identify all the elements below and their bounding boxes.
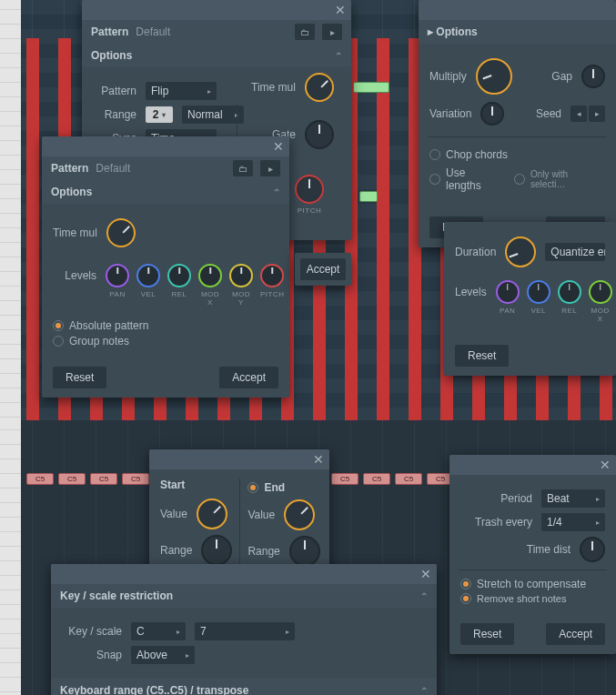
duration-knob[interactable] — [505, 237, 536, 267]
levels-label: Levels — [53, 269, 96, 282]
note-c5[interactable]: C5 — [395, 473, 422, 485]
value-label: Value — [247, 509, 275, 521]
pattern-header: Pattern Default 🗀 ▸ — [82, 20, 351, 44]
titlebar[interactable]: ✕ — [149, 449, 329, 469]
end-toggle[interactable]: End — [247, 481, 319, 494]
level-knob-mod-y[interactable] — [229, 264, 253, 287]
close-icon[interactable]: ✕ — [335, 3, 346, 17]
variation-label: Variation — [429, 107, 471, 120]
note-clip[interactable] — [353, 82, 389, 93]
titlebar[interactable]: ✕ — [42, 136, 289, 156]
use-lengths-radio[interactable]: Use lengths — [429, 166, 503, 192]
close-icon[interactable]: ✕ — [313, 452, 324, 467]
close-icon[interactable]: ✕ — [420, 567, 431, 581]
range-label: Range — [247, 545, 279, 558]
level-knob-pan[interactable] — [496, 280, 520, 304]
close-icon[interactable]: ✕ — [600, 458, 611, 472]
level-knob-vel[interactable] — [136, 264, 160, 287]
level-knob-label: PAN — [109, 290, 125, 298]
note-c5[interactable]: C5 — [363, 473, 390, 485]
group-notes-radio[interactable]: Group notes — [53, 335, 278, 348]
trash-every-combo[interactable]: 1/4▸ — [541, 513, 605, 531]
note-c5[interactable]: C5 — [90, 473, 117, 485]
note-c5[interactable]: C5 — [58, 473, 86, 485]
end-range-knob[interactable] — [289, 536, 320, 567]
time-dist-knob[interactable] — [580, 537, 605, 562]
titlebar[interactable]: ✕ — [51, 564, 437, 584]
note-c5[interactable]: C5 — [26, 473, 54, 485]
key-scale-section-header[interactable]: Key / scale restriction⌃ — [51, 584, 437, 608]
period-combo[interactable]: Beat▸ — [541, 489, 605, 508]
strum-panel-g: ✕ Period Beat▸ Trash every 1/4▸ Time dis… — [449, 455, 616, 654]
end-value-knob[interactable] — [284, 499, 315, 530]
snap-label: Snap — [62, 649, 122, 661]
titlebar[interactable] — [419, 0, 616, 20]
keyboard-strip-bottom — [0, 420, 21, 695]
key-scale-panel: ✕ Key / scale restriction⌃ Key / scale C… — [51, 564, 437, 695]
options-section-header[interactable]: Options⌃ — [42, 180, 289, 204]
reset-button[interactable]: Reset — [460, 623, 514, 645]
quantize-end-combo[interactable]: Quantize end — [545, 243, 605, 261]
note-clip[interactable] — [359, 191, 378, 202]
options-section-header[interactable]: ▸ Options — [419, 20, 616, 44]
trash-every-label: Trash every — [460, 516, 532, 529]
level-knob-mod-x[interactable] — [198, 264, 222, 287]
titlebar[interactable]: ✕ — [449, 455, 616, 475]
start-range-knob[interactable] — [201, 535, 232, 566]
value-label: Value — [160, 508, 187, 520]
levels-knob-row: PANVELRELMOD XMOD YPITCH — [106, 264, 285, 307]
level-knob-mod-x[interactable] — [589, 280, 612, 304]
chevron-up-icon: ⌃ — [335, 51, 342, 61]
play-arrow-icon[interactable]: ▸ — [322, 24, 342, 40]
note-c5[interactable]: C5 — [331, 473, 358, 485]
stretch-compensate-radio[interactable]: Stretch to compensate — [460, 578, 605, 590]
pattern-combo[interactable]: Flip▸ — [146, 82, 217, 100]
gate-knob[interactable] — [305, 120, 334, 149]
remove-short-notes-radio[interactable]: Remove short notes — [460, 593, 605, 604]
timemul-knob[interactable] — [106, 218, 136, 247]
level-knob-pitch[interactable] — [260, 264, 284, 287]
levels-label: Levels — [455, 286, 487, 298]
pitch-knob[interactable] — [295, 175, 324, 204]
options-section-header[interactable]: Options⌃ — [82, 44, 351, 67]
accept-button[interactable]: Accept — [300, 258, 346, 280]
accept-button[interactable]: Accept — [219, 367, 278, 388]
pattern-value: Default — [96, 162, 226, 175]
accept-button[interactable]: Accept — [546, 623, 605, 645]
timemul-knob[interactable] — [305, 73, 334, 102]
range-number[interactable]: 2▾ — [146, 106, 173, 123]
levels-knob-row: PANVELRELMOD X — [496, 280, 612, 323]
keyboard-range-section-header[interactable]: Keyboard range (C5..C5) / transpose⌃ — [51, 679, 437, 695]
seed-next-button[interactable]: ▸ — [589, 106, 605, 122]
chevron-up-icon: ⌃ — [420, 591, 428, 601]
level-knob-rel[interactable] — [558, 280, 581, 304]
pitch-knob-label: PITCH — [298, 206, 322, 215]
note-c5[interactable]: C5 — [122, 473, 149, 485]
level-knob-label: MOD Y — [229, 290, 253, 307]
variation-knob[interactable] — [480, 102, 504, 126]
seed-prev-button[interactable]: ◂ — [571, 106, 587, 122]
only-with-selection-check[interactable]: Only with selecti… — [514, 169, 605, 189]
folder-icon[interactable]: 🗀 — [295, 24, 315, 40]
scale-combo[interactable]: 7▸ — [195, 622, 295, 640]
play-arrow-icon[interactable]: ▸ — [260, 160, 280, 176]
level-knob-rel[interactable] — [167, 264, 191, 287]
multiply-knob[interactable] — [476, 58, 512, 95]
level-knob-label: REL — [171, 290, 187, 298]
reset-button[interactable]: Reset — [53, 367, 106, 388]
level-knob-vel[interactable] — [527, 280, 550, 304]
timemul-label: Time mul — [53, 227, 97, 239]
chop-chords-radio[interactable]: Chop chords — [429, 148, 605, 161]
reset-button[interactable]: Reset — [455, 345, 509, 367]
close-icon[interactable]: ✕ — [273, 139, 284, 154]
key-combo[interactable]: C▸ — [131, 622, 186, 640]
pattern-label: Pattern — [91, 25, 128, 38]
absolute-pattern-radio[interactable]: Absolute pattern — [53, 319, 278, 332]
gap-knob[interactable] — [581, 65, 605, 88]
folder-icon[interactable]: 🗀 — [233, 160, 253, 176]
titlebar[interactable]: ✕ — [82, 0, 351, 20]
level-knob-pan[interactable] — [106, 264, 129, 287]
snap-combo[interactable]: Above▸ — [131, 646, 195, 664]
start-value-knob[interactable] — [197, 499, 227, 529]
range-combo[interactable]: Normal▸ — [182, 106, 244, 124]
